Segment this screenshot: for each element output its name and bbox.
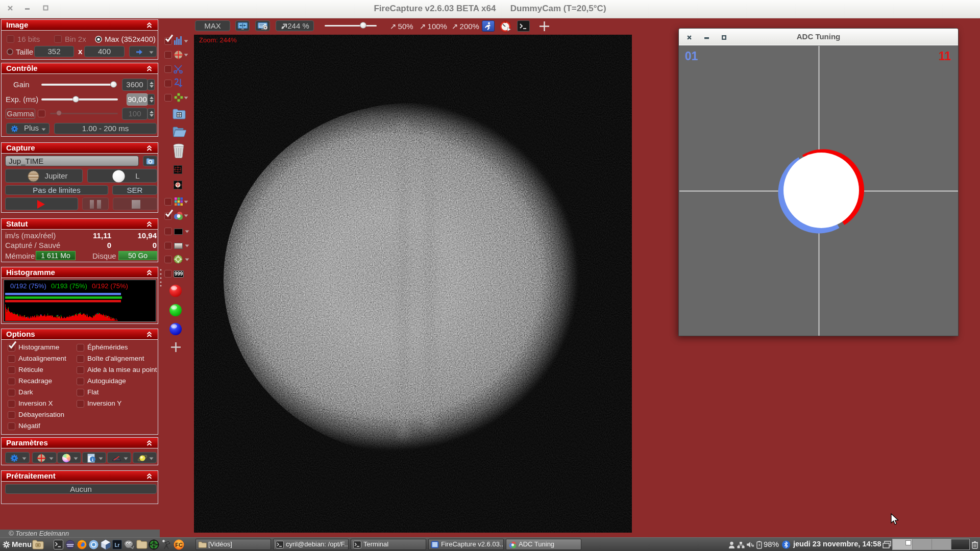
svg-text:Zoom: 244%: Zoom: 244% xyxy=(199,36,237,44)
svg-text:11: 11 xyxy=(939,49,951,63)
svg-text:0/193 (75%): 0/193 (75%) xyxy=(51,282,87,290)
svg-text:0/192 (75%): 0/192 (75%) xyxy=(92,282,128,290)
svg-text:FC: FC xyxy=(152,543,156,546)
svg-text:Lr: Lr xyxy=(115,542,120,548)
svg-text:0/192 (75%): 0/192 (75%) xyxy=(10,282,46,290)
svg-text:FC: FC xyxy=(175,542,183,548)
svg-text:01: 01 xyxy=(685,49,698,63)
